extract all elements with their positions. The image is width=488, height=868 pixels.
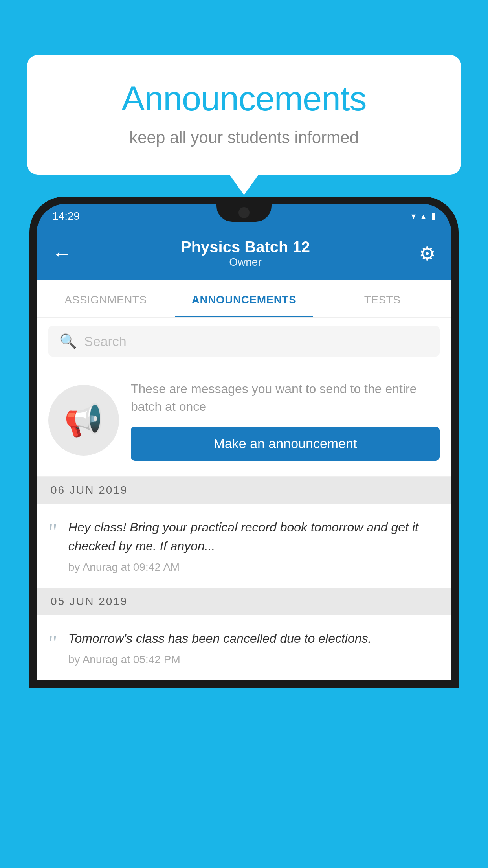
- header-subtitle: Owner: [181, 256, 310, 268]
- tab-announcements[interactable]: ANNOUNCEMENTS: [175, 280, 313, 317]
- announcement-content-2: Tomorrow's class has been cancelled due …: [68, 629, 440, 666]
- notch-camera: [238, 207, 250, 218]
- promo-card: 📢 These are messages you want to send to…: [37, 364, 451, 477]
- header-title: Physics Batch 12: [181, 238, 310, 256]
- battery-icon: ▮: [431, 211, 436, 221]
- bubble-title: Announcements: [58, 79, 430, 119]
- search-input-wrap[interactable]: 🔍 Search: [48, 326, 440, 357]
- speech-bubble: Announcements keep all your students inf…: [27, 55, 461, 175]
- signal-icon: ▴: [421, 211, 426, 221]
- announcement-content-1: Hey class! Bring your practical record b…: [68, 518, 440, 574]
- wifi-icon: ▾: [411, 211, 416, 221]
- make-announcement-button[interactable]: Make an announcement: [131, 427, 440, 461]
- phone-outer: 14:29 ▾ ▴ ▮ ← Physics Batch 12 Owner ⚙ A…: [29, 197, 459, 688]
- search-icon: 🔍: [59, 333, 77, 349]
- quote-icon-1: ": [48, 521, 57, 543]
- bubble-subtitle: keep all your students informed: [58, 128, 430, 147]
- settings-button[interactable]: ⚙: [419, 243, 436, 265]
- phone-notch: [216, 204, 272, 222]
- announcement-item-2[interactable]: " Tomorrow's class has been cancelled du…: [37, 615, 451, 680]
- announcement-item-1[interactable]: " Hey class! Bring your practical record…: [37, 504, 451, 588]
- app-header: ← Physics Batch 12 Owner ⚙: [37, 229, 451, 280]
- phone-screen: 14:29 ▾ ▴ ▮ ← Physics Batch 12 Owner ⚙ A…: [37, 204, 451, 680]
- promo-content: These are messages you want to send to t…: [131, 380, 440, 461]
- search-placeholder: Search: [84, 334, 127, 349]
- status-time: 14:29: [52, 210, 80, 223]
- tabs-bar: ASSIGNMENTS ANNOUNCEMENTS TESTS: [37, 280, 451, 318]
- quote-icon-2: ": [48, 632, 57, 654]
- back-button[interactable]: ←: [52, 242, 72, 265]
- phone-mockup: 14:29 ▾ ▴ ▮ ← Physics Batch 12 Owner ⚙ A…: [29, 197, 459, 868]
- announcement-meta-2: by Anurag at 05:42 PM: [68, 653, 440, 666]
- megaphone-icon: 📢: [64, 402, 103, 439]
- search-bar: 🔍 Search: [37, 318, 451, 364]
- status-icons: ▾ ▴ ▮: [411, 211, 436, 221]
- header-center: Physics Batch 12 Owner: [181, 238, 310, 268]
- announcement-meta-1: by Anurag at 09:42 AM: [68, 561, 440, 574]
- promo-description: These are messages you want to send to t…: [131, 380, 440, 416]
- promo-icon-circle: 📢: [48, 385, 119, 456]
- speech-bubble-section: Announcements keep all your students inf…: [27, 55, 461, 175]
- announcement-text-1: Hey class! Bring your practical record b…: [68, 518, 440, 555]
- announcement-text-2: Tomorrow's class has been cancelled due …: [68, 629, 440, 648]
- date-section-1: 06 JUN 2019: [37, 477, 451, 504]
- tab-assignments[interactable]: ASSIGNMENTS: [37, 280, 175, 317]
- date-section-2: 05 JUN 2019: [37, 588, 451, 615]
- tab-tests[interactable]: TESTS: [313, 280, 451, 317]
